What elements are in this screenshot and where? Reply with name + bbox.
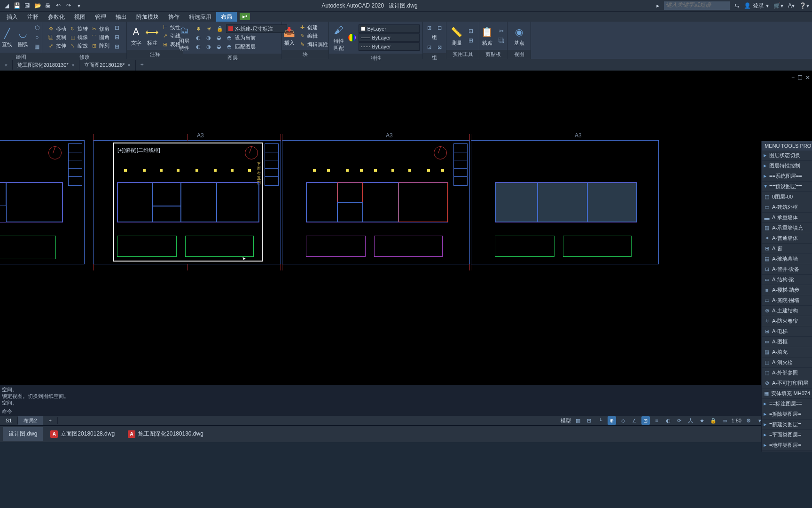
modify-ext2-icon[interactable]: ⊟ bbox=[112, 33, 122, 41]
scale-label[interactable]: 1:80 bbox=[732, 418, 742, 423]
layer-dropdown[interactable]: X-新建-尺寸标注 bbox=[226, 24, 287, 33]
undo-icon[interactable]: ↶ bbox=[55, 2, 62, 9]
layer-item[interactable]: ⊞A-电梯 bbox=[762, 326, 812, 337]
match-props-button[interactable]: 🖌 特性 匹配 bbox=[331, 23, 346, 53]
lwt-icon[interactable]: ≡ bbox=[653, 416, 661, 425]
vp-restore-icon[interactable]: ☐ bbox=[797, 74, 803, 81]
section-plan-layers[interactable]: ▶=平面类图层= bbox=[762, 430, 812, 440]
layer-item[interactable]: ▭A-图框 bbox=[762, 337, 812, 347]
group-button[interactable]: 组 bbox=[425, 33, 445, 42]
editattr-button[interactable]: ✎编辑属性 bbox=[299, 40, 328, 48]
layer-item[interactable]: ▭A-建筑外框 bbox=[762, 202, 812, 213]
transparency-icon[interactable]: ◐ bbox=[664, 416, 672, 425]
section-new-layers[interactable]: ▶=新建类图层= bbox=[762, 420, 812, 430]
modify-ext1-icon[interactable]: ⊡ bbox=[112, 24, 122, 32]
layout-tab-2[interactable]: 布局2 bbox=[18, 416, 43, 425]
menu-addins[interactable]: 附加模块 bbox=[132, 12, 164, 22]
edit-button[interactable]: ✎编辑 bbox=[299, 32, 328, 40]
clip-copy-icon[interactable]: ⿻ bbox=[497, 36, 506, 45]
menu-output[interactable]: 输出 bbox=[111, 12, 132, 22]
menu-featured[interactable]: 精选应用 bbox=[184, 12, 216, 22]
layout-tab-s1[interactable]: S1 bbox=[0, 417, 18, 424]
section-layer-state[interactable]: ▶图层状态切换 bbox=[762, 151, 812, 161]
util-i1[interactable]: ⊡ bbox=[466, 27, 476, 35]
rainbow-icon[interactable] bbox=[348, 34, 356, 41]
layout-add-button[interactable]: + bbox=[43, 417, 58, 424]
lyr-i7[interactable]: ◒ bbox=[214, 42, 224, 51]
connect-icon[interactable]: ⇆ bbox=[734, 2, 739, 9]
modify-ext3-icon[interactable]: ⊞ bbox=[112, 42, 122, 51]
save-icon[interactable]: 💾 bbox=[13, 2, 21, 9]
layer-item[interactable]: ◫A-消火栓 bbox=[762, 357, 812, 368]
otrack-icon[interactable]: ∠ bbox=[630, 416, 639, 425]
layer-item[interactable]: ≡A-楼梯·踏步 bbox=[762, 285, 812, 295]
stretch-button[interactable]: ⤢拉伸 bbox=[47, 42, 66, 49]
section-layer-props[interactable]: ▶图层特性控制 bbox=[762, 161, 812, 171]
viewport-label[interactable]: [+][俯视][二维线框] bbox=[117, 147, 160, 154]
lyr-i8[interactable]: ◓ bbox=[225, 42, 234, 51]
base-button[interactable]: ◉ 基点 bbox=[512, 24, 527, 48]
paste-button[interactable]: 📋 粘贴 bbox=[480, 24, 495, 48]
section-dim-layers[interactable]: ▶==标注图层== bbox=[762, 399, 812, 409]
file-tab-1[interactable]: 施工图深化20180130*× bbox=[13, 60, 79, 71]
menu-layout[interactable]: 布局 bbox=[216, 12, 237, 22]
array-button[interactable]: ⊞阵列 bbox=[91, 42, 109, 49]
redo-icon[interactable]: ↷ bbox=[65, 2, 72, 9]
rotate-button[interactable]: ↻旋转 bbox=[69, 25, 88, 32]
grp-i2[interactable]: ⊟ bbox=[435, 24, 445, 32]
saveas-icon[interactable]: 🖫 bbox=[23, 2, 31, 9]
qat-dropdown-icon[interactable]: ▾ bbox=[75, 2, 83, 9]
taskbar-item-2[interactable]: A立面图20180128.dwg bbox=[45, 427, 120, 441]
layer-item[interactable]: ⊡A-管井·设备 bbox=[762, 264, 812, 275]
trim-button[interactable]: ✂修剪 bbox=[91, 25, 109, 32]
layer-item[interactable]: ▬A-承重墙体 bbox=[762, 213, 812, 223]
close-icon[interactable]: × bbox=[71, 62, 74, 68]
menu-play-icon[interactable]: ▸• bbox=[240, 13, 250, 20]
app-menu-icon[interactable]: ◢ bbox=[3, 2, 10, 9]
layer-item[interactable]: ⊘A-不可打印图层 bbox=[762, 378, 812, 389]
lyr-i1[interactable]: ◐ bbox=[194, 33, 203, 42]
lyr-i5[interactable]: ◐ bbox=[194, 42, 203, 51]
file-tab-2[interactable]: 立面图20180128*× bbox=[79, 60, 136, 71]
lyr-i6[interactable]: ◑ bbox=[204, 42, 213, 51]
layer-item[interactable]: ⊞A-窗 bbox=[762, 244, 812, 254]
snap-icon[interactable]: ⊞ bbox=[585, 416, 593, 425]
color-dropdown[interactable]: ByLayer bbox=[359, 24, 420, 33]
close-icon[interactable]: × bbox=[127, 62, 130, 68]
layer-match-button[interactable]: ◐ ◑ ◒ ◓ 匹配图层 bbox=[194, 42, 287, 51]
lyr-i3[interactable]: ◒ bbox=[214, 33, 224, 42]
hatch-item[interactable]: ▦实体填充-MH074 bbox=[762, 389, 812, 399]
start-tab[interactable]: × bbox=[0, 60, 13, 70]
lweight-dropdown[interactable]: ByLayer bbox=[359, 33, 420, 42]
menu-manage[interactable]: 管理 bbox=[90, 12, 111, 22]
layer-item[interactable]: ▭A-庭院·围墙 bbox=[762, 295, 812, 306]
annoscale-icon[interactable]: 人 bbox=[687, 416, 695, 425]
move-button[interactable]: ✥移动 bbox=[47, 25, 66, 32]
model-paper-toggle[interactable]: 模型 bbox=[561, 417, 571, 424]
autodesk-icon[interactable]: A▾ bbox=[788, 2, 795, 9]
grid-icon[interactable]: ▦ bbox=[574, 416, 582, 425]
create-button[interactable]: ✚创建 bbox=[299, 24, 328, 31]
layer-item[interactable]: ◫0图层-00 bbox=[762, 192, 812, 202]
grp-i4[interactable]: ⊠ bbox=[435, 43, 445, 51]
layer-item[interactable]: ▨A-承重墙填充 bbox=[762, 223, 812, 233]
lyr-i2[interactable]: ◑ bbox=[204, 33, 213, 42]
command-line[interactable]: 空间。 锁定视图。切换到图纸空间。 空间。 命令 bbox=[0, 385, 812, 416]
open-icon[interactable]: 📂 bbox=[34, 2, 41, 9]
annovisibility-icon[interactable]: ★ bbox=[698, 416, 706, 425]
search-box[interactable] bbox=[664, 1, 730, 10]
layer-lock-icon[interactable]: 🔒 bbox=[215, 24, 225, 33]
line-button[interactable]: ╱ 直线 bbox=[0, 26, 15, 49]
hatch-icon[interactable]: ▦ bbox=[32, 42, 42, 51]
dyn-icon[interactable]: ⊡ bbox=[641, 416, 650, 425]
grp-i3[interactable]: ⊡ bbox=[425, 43, 434, 51]
taskbar-item-3[interactable]: A施工图深化20180130.dwg bbox=[122, 427, 209, 441]
polar-icon[interactable]: ⊕ bbox=[608, 416, 616, 425]
layer-item[interactable]: ▨A-填充 bbox=[762, 347, 812, 357]
lock-icon[interactable]: 🔒 bbox=[709, 416, 718, 425]
arc-button[interactable]: ◡ 圆弧 bbox=[16, 26, 31, 49]
section-demo-layers[interactable]: ▶=拆除类图层= bbox=[762, 409, 812, 420]
grp-i1[interactable]: ⊞ bbox=[425, 24, 434, 32]
taskbar-item-1[interactable]: 设计图.dwg bbox=[3, 427, 43, 441]
search-input[interactable] bbox=[666, 1, 728, 8]
